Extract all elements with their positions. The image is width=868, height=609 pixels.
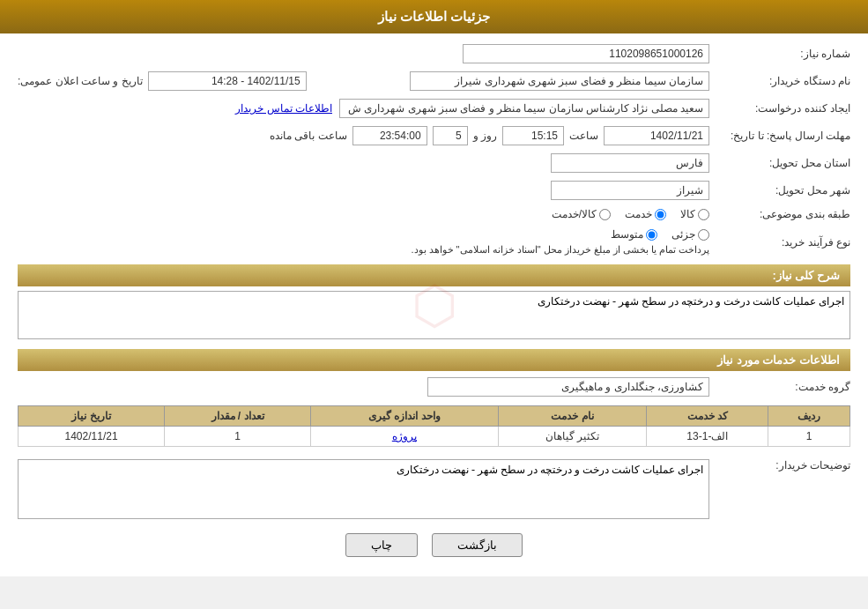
back-button[interactable]: بازگشت — [432, 533, 523, 557]
tarikh-elan-field: 1402/11/15 - 14:28 — [148, 71, 307, 91]
mohlat-baqi-field: 23:54:00 — [352, 126, 427, 145]
farayand-motovaset-radio[interactable] — [646, 229, 657, 241]
khadamat-section-title: اطلاعات خدمات مورد نیاز — [18, 349, 850, 371]
tarikh-elan-label: تاریخ و ساعت اعلان عمومی: — [18, 75, 143, 87]
tabaqe-khadamat[interactable]: خدمت — [625, 208, 666, 220]
tarikh-group: 1402/11/15 - 14:28 تاریخ و ساعت اعلان عم… — [18, 71, 307, 91]
page-header: جزئیات اطلاعات نیاز — [0, 0, 868, 33]
tabaqe-radio-group: کالا خدمت کالا/خدمت — [552, 208, 709, 220]
mohlat-row: مهلت ارسال پاسخ: تا تاریخ: 1402/11/21 سا… — [18, 124, 850, 147]
khadamat-table: ردیف کد خدمت نام خدمت واحد اندازه گیری ت… — [18, 405, 850, 447]
ijad-konande-label: ایجاد کننده درخواست: — [709, 102, 850, 115]
col-kod: کد خدمت — [647, 406, 768, 427]
ijad-konande-field: سعید مصلی نژاد کارشناس سازمان سیما منظر … — [339, 99, 709, 118]
ijad-konande-row: ایجاد کننده درخواست: سعید مصلی نژاد کارش… — [18, 97, 850, 120]
tawzihat-field[interactable]: اجرای عملیات کاشت درخت و درختچه در سطح ش… — [24, 464, 703, 512]
col-tarikh: تاریخ نیاز — [19, 406, 165, 427]
ostan-value-area: فارس — [18, 153, 709, 173]
sharh-niaz-area: اجرای عملیات کاشت درخت و درختچه در سطح ش… — [18, 291, 850, 342]
ostan-label: استان محل تحویل: — [709, 157, 850, 169]
naam-dasgah-value-area: سازمان سیما منظر و فضای سبز شهری شهرداری… — [324, 71, 709, 91]
ijad-konande-value-area: سعید مصلی نژاد کارشناس سازمان سیما منظر … — [18, 99, 709, 118]
shahr-row: شهر محل تحویل: شیراز — [18, 179, 850, 202]
goroh-khadamat-value-area: کشاورزی، جنگلداری و ماهیگیری — [18, 377, 709, 397]
col-radif: ردیف — [768, 406, 850, 427]
tabaqe-kala-khadamat[interactable]: کالا/خدمت — [552, 208, 611, 220]
ostan-row: استان محل تحویل: فارس — [18, 152, 850, 175]
farayand-row: نوع فرآیند خرید: جزئی متوسط پ — [18, 227, 850, 257]
farayand-row1: جزئی متوسط — [411, 228, 709, 241]
sharh-niaz-section-title: شرح کلی نیاز: — [18, 264, 850, 286]
tabaqe-options: کالا خدمت کالا/خدمت — [18, 208, 709, 220]
shomare-niaz-row: شماره نیاز: 1102098651000126 — [18, 42, 850, 65]
col-tedad: تعداد / مقدار — [165, 406, 311, 427]
farayand-desc-text: پرداخت تمام یا بخشی از مبلغ خریداز محل "… — [411, 244, 709, 256]
goroh-khadamat-label: گروه خدمت: — [709, 381, 850, 393]
main-content: ⬡ شماره نیاز: 1102098651000126 نام دستگا… — [0, 33, 868, 576]
goroh-khadamat-row: گروه خدمت: کشاورزی، جنگلداری و ماهیگیری — [18, 375, 850, 398]
mohlat-values: 1402/11/21 ساعت 15:15 روز و 5 23:54:00 س… — [18, 126, 709, 145]
mohlat-rooz-field: 5 — [433, 126, 468, 145]
tabaqe-kala-khadamat-radio[interactable] — [599, 209, 611, 220]
sharh-niaz-field[interactable]: اجرای عملیات کاشت درخت و درختچه در سطح ش… — [18, 291, 850, 339]
tabaqe-kala-khadamat-label: کالا/خدمت — [552, 208, 597, 220]
farayand-jozi-radio[interactable] — [698, 229, 709, 241]
farayand-jozi-label: جزئی — [671, 228, 695, 241]
shomare-niaz-label: شماره نیاز: — [709, 48, 850, 60]
ostan-field: فارس — [551, 153, 709, 173]
tabaqe-khadamat-radio[interactable] — [655, 209, 666, 220]
mohlat-label: مهلت ارسال پاسخ: تا تاریخ: — [709, 130, 850, 142]
cell-radif: 1 — [768, 427, 850, 447]
cell-naam: تکثیر گیاهان — [498, 427, 647, 447]
farayand-label: نوع فرآیند خرید: — [709, 236, 850, 249]
naam-dasgah-field: سازمان سیما منظر و فضای سبز شهری شهرداری… — [410, 71, 709, 91]
ettelaat-link[interactable]: اطلاعات تماس خریدار — [235, 102, 332, 115]
farayand-motovaset-label: متوسط — [611, 228, 643, 241]
naam-dasgah-label: نام دستگاه خریدار: — [709, 75, 850, 87]
mohlat-rooz-label: روز و — [473, 130, 497, 142]
farayand-jozi[interactable]: جزئی — [671, 228, 709, 241]
tawzihat-box: اجرای عملیات کاشت درخت و درختچه در سطح ش… — [18, 459, 709, 519]
mohlat-date-field: 1402/11/21 — [604, 126, 709, 145]
cell-kod: الف-1-13 — [647, 427, 768, 447]
shahr-field: شیراز — [551, 181, 709, 200]
tabaqe-kala[interactable]: کالا — [680, 208, 709, 220]
table-row: 1 الف-1-13 تکثیر گیاهان پروژه 1 1402/11/… — [19, 427, 850, 447]
tawzihat-label: توضیحات خریدار: — [709, 456, 850, 472]
tarikh-dasgah-row: نام دستگاه خریدار: سازمان سیما منظر و فض… — [18, 70, 850, 93]
print-button[interactable]: چاپ — [345, 533, 418, 557]
mohlat-baqi-label: ساعت باقی مانده — [270, 130, 347, 142]
tawzihat-content: اجرای عملیات کاشت درخت و درختچه در سطح ش… — [18, 456, 709, 519]
mohlat-saat-label: ساعت — [569, 130, 598, 142]
tabaqe-kala-radio[interactable] — [698, 209, 709, 220]
bottom-buttons: بازگشت چاپ — [18, 533, 850, 557]
page-wrapper: جزئیات اطلاعات نیاز ⬡ شماره نیاز: 110209… — [0, 0, 868, 576]
shahr-label: شهر محل تحویل: — [709, 184, 850, 197]
cell-vahed[interactable]: پروژه — [311, 427, 499, 447]
table-header-row: ردیف کد خدمت نام خدمت واحد اندازه گیری ت… — [19, 406, 850, 427]
col-vahed: واحد اندازه گیری — [311, 406, 499, 427]
tabaqe-row: طبقه بندی موضوعی: کالا خدمت کالا/خدمت — [18, 206, 850, 222]
cell-tarikh: 1402/11/21 — [19, 427, 165, 447]
goroh-khadamat-field: کشاورزی، جنگلداری و ماهیگیری — [427, 377, 709, 397]
shomare-niaz-value: 1102098651000126 — [18, 44, 709, 63]
tabaqe-khadamat-label: خدمت — [625, 208, 652, 220]
farayand-motovaset[interactable]: متوسط — [611, 228, 657, 241]
shomare-niaz-field: 1102098651000126 — [463, 44, 709, 63]
farayand-description: پرداخت تمام یا بخشی از مبلغ خریداز محل "… — [411, 244, 709, 256]
farayand-options: جزئی متوسط پرداخت تمام یا بخشی از مبلغ خ… — [411, 228, 709, 256]
cell-tedad: 1 — [165, 427, 311, 447]
khadamat-table-section: ردیف کد خدمت نام خدمت واحد اندازه گیری ت… — [18, 405, 850, 447]
tabaqe-label: طبقه بندی موضوعی: — [709, 208, 850, 220]
page-title: جزئیات اطلاعات نیاز — [378, 9, 490, 24]
shahr-value-area: شیراز — [18, 181, 709, 200]
mohlat-saat-field: 15:15 — [502, 126, 564, 145]
tawzihat-row: توضیحات خریدار: اجرای عملیات کاشت درخت و… — [18, 456, 850, 519]
tabaqe-kala-label: کالا — [680, 208, 695, 220]
col-naam: نام خدمت — [498, 406, 647, 427]
farayand-options-area: جزئی متوسط پرداخت تمام یا بخشی از مبلغ خ… — [18, 228, 709, 256]
